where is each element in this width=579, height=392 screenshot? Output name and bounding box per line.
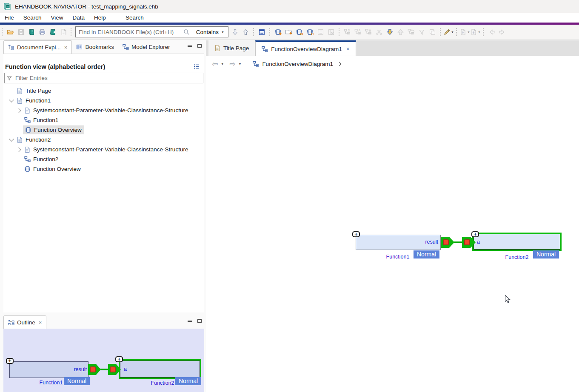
chevron-down-icon[interactable]: ▼ xyxy=(478,31,481,34)
chevron-right-icon[interactable] xyxy=(337,62,341,66)
close-icon[interactable]: × xyxy=(64,44,68,51)
status-badge: Normal xyxy=(175,377,201,385)
refresh-diagram-icon[interactable] xyxy=(406,27,416,37)
expand-plus-icon[interactable]: + xyxy=(352,231,360,237)
diagram-d-icon[interactable]: D xyxy=(342,27,353,37)
outline-function2-block[interactable] xyxy=(119,359,201,379)
toolbar-separator xyxy=(253,28,254,36)
open-handbook-icon[interactable] xyxy=(26,27,37,37)
save-icon[interactable] xyxy=(16,27,26,37)
signal-marker[interactable] xyxy=(110,366,116,372)
import-data-icon[interactable]: ▼ xyxy=(459,27,470,37)
tree-item-function-overview-1[interactable]: Function Overview xyxy=(3,125,204,135)
chip-icon xyxy=(24,127,32,133)
diagram-remove-icon[interactable] xyxy=(363,27,374,37)
copy-view-icon[interactable] xyxy=(427,27,438,37)
chevron-right-icon[interactable] xyxy=(15,109,23,112)
chevron-down-icon[interactable] xyxy=(8,100,15,102)
outline-port-a-label: a xyxy=(124,366,127,372)
filter-icon[interactable] xyxy=(416,27,427,37)
tab-bookmarks[interactable]: Bookmarks xyxy=(72,40,118,54)
menu-search-2[interactable]: Search xyxy=(121,14,148,22)
export-mapping-icon[interactable] xyxy=(395,27,406,37)
add-function-c-icon[interactable]: C xyxy=(305,27,315,37)
expand-plus-icon[interactable]: + xyxy=(6,358,14,364)
tree-label: Function1 xyxy=(31,116,60,124)
menu-file[interactable]: File xyxy=(0,14,19,22)
forward-arrow-icon[interactable]: ⇨ xyxy=(229,60,235,68)
maximize-icon[interactable] xyxy=(197,319,202,323)
print-icon[interactable] xyxy=(37,27,48,37)
page-icon xyxy=(15,88,24,94)
tree-item-function2-diagram[interactable]: Function2 xyxy=(3,154,204,164)
chevron-down-icon[interactable]: ▼ xyxy=(451,31,454,34)
add-folder-icon[interactable] xyxy=(283,27,294,37)
diagram-icon xyxy=(23,156,31,162)
breadcrumb-item[interactable]: FunctionOverviewDiagram1 xyxy=(262,61,333,67)
filter-box xyxy=(4,73,203,83)
show-ecu-document-icon[interactable] xyxy=(257,27,267,37)
search-prev-icon[interactable] xyxy=(240,27,251,37)
toolbar-separator xyxy=(483,28,484,36)
tree-item-structure1[interactable]: Systemconstant-Parameter-Variable-Classi… xyxy=(3,105,204,115)
menu-help[interactable]: Help xyxy=(89,14,111,22)
nav-back-icon[interactable] xyxy=(486,27,497,37)
signal-marker[interactable] xyxy=(90,366,96,372)
tree-item-function-overview-2[interactable]: Function Overview xyxy=(3,164,204,174)
function2-block[interactable] xyxy=(472,233,562,251)
chevron-down-icon[interactable]: ▼ xyxy=(221,62,224,65)
tab-outline[interactable]: Outline × xyxy=(3,315,46,329)
tree-item-structure2[interactable]: Systemconstant-Parameter-Variable-Classi… xyxy=(3,145,204,154)
search-next-icon[interactable] xyxy=(230,27,240,37)
import-mapping-icon[interactable] xyxy=(385,27,395,37)
chevron-down-icon[interactable]: ▼ xyxy=(238,62,241,65)
tree-item-function1-diagram[interactable]: Function1 xyxy=(3,115,204,125)
add-function-n-icon[interactable]: N xyxy=(294,27,305,37)
menu-search[interactable]: Search xyxy=(19,14,46,22)
signal-marker[interactable] xyxy=(443,239,449,245)
chevron-down-icon[interactable] xyxy=(8,139,15,141)
export-handbook-icon[interactable] xyxy=(48,27,58,37)
outline-icon xyxy=(8,319,14,326)
view-menu-icon[interactable] xyxy=(193,64,200,70)
minimize-icon[interactable] xyxy=(188,321,192,322)
highlight-pen-icon[interactable]: ▼ xyxy=(443,27,454,37)
menu-data[interactable]: Data xyxy=(68,14,90,22)
svg-text:N: N xyxy=(300,31,303,35)
tab-title-page[interactable]: Title Page xyxy=(208,40,255,56)
diagram-canvas[interactable] xyxy=(206,72,579,392)
menu-view[interactable]: View xyxy=(46,14,68,22)
find-input[interactable] xyxy=(76,29,181,35)
show-list-icon[interactable] xyxy=(315,27,326,37)
tree-item-function2[interactable]: Function2 xyxy=(3,135,204,145)
tree-item-function1[interactable]: Function1 xyxy=(3,96,204,105)
minimize-icon[interactable] xyxy=(188,45,192,47)
back-arrow-icon[interactable]: ⇦ xyxy=(212,60,218,68)
signal-marker[interactable] xyxy=(464,239,470,245)
export-pdf-icon[interactable] xyxy=(58,27,69,37)
clear-table-icon[interactable] xyxy=(326,27,337,37)
expand-plus-icon[interactable]: + xyxy=(471,231,479,237)
close-icon[interactable]: × xyxy=(346,45,350,52)
diagram-a-icon[interactable]: A xyxy=(353,27,363,37)
filter-input[interactable] xyxy=(14,75,203,81)
open-file-icon[interactable] xyxy=(5,27,16,37)
expand-plus-icon[interactable]: + xyxy=(115,356,123,362)
outline-canvas[interactable]: + result + a Function1 Normal Function2 … xyxy=(3,329,204,392)
nav-forward-icon[interactable] xyxy=(497,27,508,37)
chevron-down-icon[interactable]: ▼ xyxy=(467,31,470,34)
cut-mapping-icon[interactable] xyxy=(374,27,385,37)
tree-item-title-page[interactable]: Title Page xyxy=(3,86,204,96)
contains-dropdown[interactable]: Contains ▼ xyxy=(192,29,228,35)
export-data-icon[interactable]: ▼ xyxy=(470,27,481,37)
add-function-icon[interactable] xyxy=(273,27,283,37)
tab-document-explorer[interactable]: Document Expl... × xyxy=(3,40,72,54)
tab-function-overview-diagram1[interactable]: FunctionOverviewDiagram1 × xyxy=(255,40,356,56)
close-icon[interactable]: × xyxy=(39,319,42,326)
tab-model-explorer[interactable]: Model Explorer xyxy=(118,40,174,54)
maximize-icon[interactable] xyxy=(197,44,202,48)
editor-breadcrumb-bar: ⇦ ▼ ⇨ ▼ FunctionOverviewDiagram1 xyxy=(206,56,579,72)
tab-label: FunctionOverviewDiagram1 xyxy=(271,46,342,52)
chevron-right-icon[interactable] xyxy=(15,148,23,151)
document-explorer-panel: Document Expl... × Bookmarks Model Explo… xyxy=(3,40,204,312)
